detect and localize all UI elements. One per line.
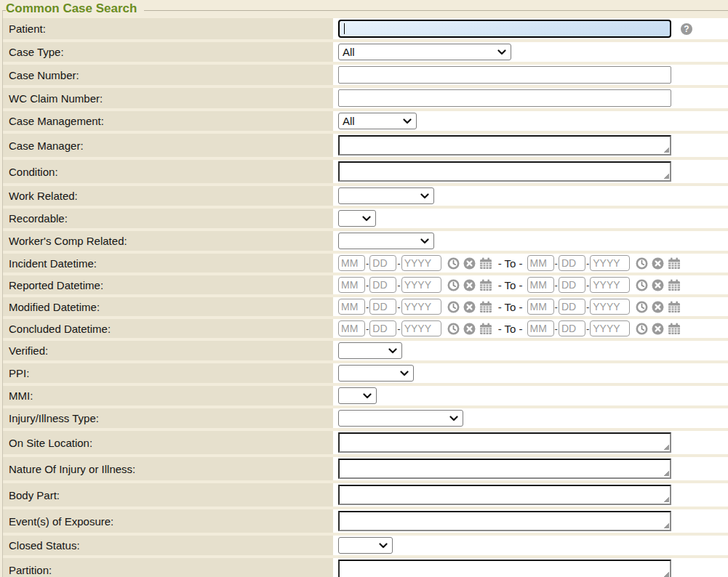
calendar-icon[interactable] — [479, 279, 492, 291]
row-events-of-exposure: Event(s) of Exposure: — [3, 509, 728, 533]
clear-circle-icon[interactable] — [652, 323, 664, 335]
field-label: Partition: — [3, 558, 333, 577]
resize-handle[interactable] — [663, 469, 669, 476]
year-input[interactable] — [590, 277, 630, 293]
year-input[interactable] — [401, 255, 441, 271]
on-site-location-textarea[interactable] — [338, 432, 671, 453]
clear-circle-icon[interactable] — [652, 279, 664, 291]
day-input[interactable] — [559, 255, 585, 271]
case-type-select[interactable]: All — [338, 44, 511, 60]
case-management-select[interactable]: All — [338, 113, 417, 129]
day-input[interactable] — [369, 255, 396, 271]
body-part-textarea[interactable] — [338, 485, 671, 505]
field-label: MMI: — [3, 386, 333, 405]
verified-select[interactable] — [338, 342, 402, 359]
day-input[interactable] — [559, 320, 585, 336]
row-partition: Partition: — [3, 558, 728, 577]
resize-handle[interactable] — [663, 172, 669, 179]
injury-illness-type-select[interactable] — [338, 410, 463, 427]
calendar-icon[interactable] — [479, 257, 492, 270]
events-of-exposure-textarea[interactable] — [338, 511, 671, 531]
chevron-down-icon — [449, 416, 458, 421]
clock-icon[interactable] — [447, 279, 460, 291]
year-input[interactable] — [401, 299, 441, 315]
field-label: Work Related: — [3, 186, 333, 206]
clear-circle-icon[interactable] — [463, 257, 476, 270]
day-input[interactable] — [369, 320, 396, 336]
calendar-icon[interactable] — [668, 323, 681, 335]
select-value: All — [343, 115, 355, 127]
nature-of-injury-textarea[interactable] — [338, 459, 671, 479]
month-input[interactable] — [527, 277, 554, 293]
row-mmi: MMI: — [3, 386, 728, 405]
patient-input[interactable] — [338, 20, 671, 38]
month-input[interactable] — [527, 255, 554, 271]
field-label: Case Number: — [3, 65, 333, 85]
clock-icon[interactable] — [636, 301, 648, 313]
year-input[interactable] — [590, 320, 630, 336]
case-manager-textarea[interactable] — [338, 135, 671, 156]
field-label: Body Part: — [3, 483, 333, 507]
closed-status-select[interactable] — [338, 537, 393, 554]
day-input[interactable] — [559, 277, 585, 293]
common-case-search-panel: Patient: ? Case Type: All Case Number: W… — [2, 10, 728, 577]
calendar-icon[interactable] — [479, 323, 492, 335]
day-input[interactable] — [369, 299, 396, 315]
row-concluded-datetime: Concluded Datetime: -- - To - -- — [3, 319, 728, 338]
year-input[interactable] — [590, 299, 630, 315]
clear-circle-icon[interactable] — [463, 301, 476, 313]
field-label: Reported Datetime: — [3, 275, 333, 294]
day-input[interactable] — [369, 277, 396, 293]
to-label: - To - — [498, 323, 523, 335]
help-icon[interactable]: ? — [681, 23, 692, 35]
day-input[interactable] — [559, 299, 585, 315]
condition-textarea[interactable] — [338, 161, 671, 182]
row-workers-comp-related: Worker's Comp Related: — [3, 231, 728, 251]
recordable-select[interactable] — [338, 210, 376, 227]
calendar-icon[interactable] — [668, 257, 681, 270]
clear-circle-icon[interactable] — [652, 257, 664, 270]
clear-circle-icon[interactable] — [463, 323, 476, 335]
year-input[interactable] — [401, 320, 441, 336]
date-separator: - — [555, 280, 558, 291]
field-label: Case Manager: — [3, 134, 333, 157]
clear-circle-icon[interactable] — [463, 279, 476, 291]
month-input[interactable] — [527, 320, 554, 336]
work-related-select[interactable] — [338, 187, 434, 204]
clock-icon[interactable] — [636, 279, 648, 291]
clock-icon[interactable] — [447, 301, 460, 313]
month-input[interactable] — [338, 320, 365, 336]
month-input[interactable] — [338, 299, 365, 315]
resize-handle[interactable] — [663, 522, 669, 528]
partition-textarea[interactable] — [338, 560, 671, 577]
calendar-icon[interactable] — [668, 279, 681, 291]
clock-icon[interactable] — [447, 323, 460, 335]
month-input[interactable] — [338, 255, 365, 271]
month-input[interactable] — [527, 299, 554, 315]
year-input[interactable] — [590, 255, 630, 271]
calendar-icon[interactable] — [479, 301, 492, 313]
month-input[interactable] — [338, 277, 365, 293]
chevron-down-icon — [420, 238, 429, 244]
chevron-down-icon — [403, 118, 412, 124]
concluded-datetime-range: -- - To - -- — [333, 319, 728, 338]
text-cursor — [344, 23, 345, 34]
field-label: Recordable: — [3, 209, 333, 228]
clock-icon[interactable] — [447, 257, 460, 270]
resize-handle[interactable] — [663, 146, 669, 153]
resize-handle[interactable] — [663, 570, 669, 577]
year-input[interactable] — [401, 277, 441, 293]
workers-comp-related-select[interactable] — [338, 233, 434, 249]
ppi-select[interactable] — [338, 365, 414, 382]
wc-claim-number-input[interactable] — [338, 89, 671, 107]
clock-icon[interactable] — [636, 257, 648, 270]
clock-icon[interactable] — [636, 323, 648, 335]
clear-circle-icon[interactable] — [652, 301, 664, 313]
resize-handle[interactable] — [663, 496, 669, 502]
calendar-icon[interactable] — [668, 301, 681, 313]
row-work-related: Work Related: — [3, 186, 728, 206]
mmi-select[interactable] — [338, 387, 377, 404]
resize-handle[interactable] — [663, 443, 669, 450]
date-separator: - — [366, 323, 369, 334]
case-number-input[interactable] — [338, 66, 671, 84]
